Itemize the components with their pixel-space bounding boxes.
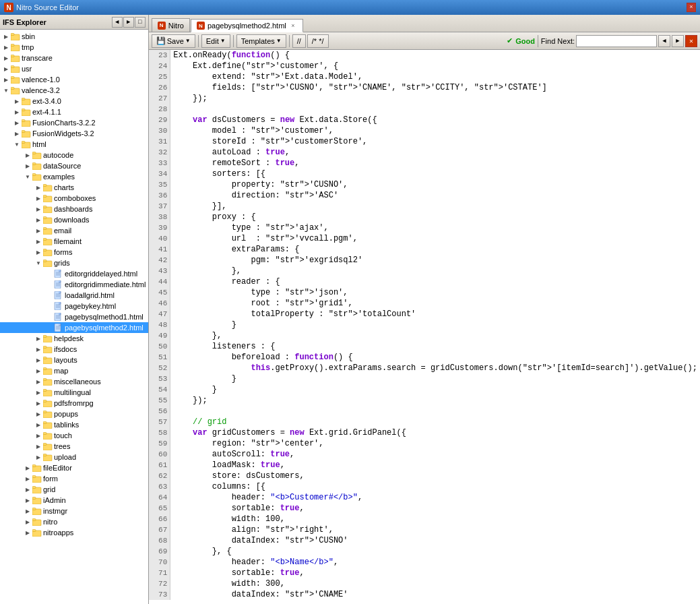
tree-item-nitro[interactable]: ▶ nitro: [0, 516, 148, 527]
code-content-36[interactable]: direction: "str">'ASC': [170, 190, 700, 201]
code-content-54[interactable]: }: [170, 384, 700, 395]
expand-icon[interactable]: ▶: [34, 193, 43, 203]
tree-item-layouts[interactable]: ▶ layouts: [0, 355, 148, 365]
expand-icon[interactable]: ▶: [34, 420, 43, 429]
tree-item-nitroapps[interactable]: ▶ nitroapps: [0, 527, 148, 538]
code-content-37[interactable]: }],: [170, 201, 700, 212]
code-content-56[interactable]: [170, 406, 700, 417]
tab-pagebysqlmethod2[interactable]: Npagebysqlmethod2.html×: [191, 19, 303, 32]
tree-item-grids[interactable]: ▼ grids: [0, 258, 148, 268]
tree-item-pdfsfromrpg[interactable]: ▶ pdfsfromrpg: [0, 398, 148, 409]
tree-item-editorgridimmediate.html[interactable]: editorgridimmediate.html: [0, 279, 148, 290]
edit-dropdown-arrow[interactable]: ▼: [220, 38, 226, 44]
tree-item-dashboards[interactable]: ▶ dashboards: [0, 204, 148, 214]
tree-item-editorgriddelayed.html[interactable]: editorgriddelayed.html: [0, 268, 148, 279]
tree-item-autocode[interactable]: ▶ autocode: [0, 150, 148, 160]
code-content-39[interactable]: type : "str">'ajax',: [170, 222, 700, 233]
expand-icon[interactable]: ▶: [23, 495, 32, 505]
tree-item-ifsdocs[interactable]: ▶ ifsdocs: [0, 344, 148, 355]
code-content-32[interactable]: autoLoad : true,: [170, 147, 700, 158]
tab-nitro[interactable]: NNitro: [152, 18, 190, 32]
expand-icon[interactable]: ▶: [34, 344, 43, 354]
code-content-29[interactable]: var dsCustomers = new Ext.data.Store({: [170, 115, 700, 125]
tree-item-loadallgrid.html[interactable]: loadallgrid.html: [0, 290, 148, 301]
tree-item-FusionCharts-3.2.2[interactable]: ▶ FusionCharts-3.2.2: [0, 117, 148, 128]
code-content-70[interactable]: header: "<b>Name</b>",: [170, 557, 700, 568]
expand-icon[interactable]: ▶: [34, 334, 43, 343]
code-content-67[interactable]: align: "str">'right',: [170, 524, 700, 535]
expand-icon[interactable]: ▶: [23, 517, 32, 526]
tree-item-fileEditor[interactable]: ▶ fileEditor: [0, 462, 148, 473]
templates-dropdown-arrow[interactable]: ▼: [276, 38, 282, 44]
expand-icon[interactable]: ▶: [12, 96, 22, 106]
expand-icon[interactable]: ▶: [34, 226, 43, 235]
tree-item-upload[interactable]: ▶ upload: [0, 452, 148, 462]
code-content-55[interactable]: });: [170, 395, 700, 406]
code-content-43[interactable]: },: [170, 266, 700, 276]
expand-icon[interactable]: ▶: [34, 366, 43, 375]
find-input[interactable]: [576, 35, 657, 47]
expand-icon[interactable]: ▶: [23, 528, 32, 537]
tree-item-multilingual[interactable]: ▶ multilingual: [0, 387, 148, 398]
code-content-28[interactable]: [170, 104, 700, 115]
tree-item-touch[interactable]: ▶ touch: [0, 430, 148, 441]
tree-item-form[interactable]: ▶ form: [0, 473, 148, 484]
code-content-65[interactable]: sortable: true,: [170, 503, 700, 514]
code-content-41[interactable]: extraParams: {: [170, 244, 700, 255]
code-content-61[interactable]: loadMask: true,: [170, 460, 700, 471]
code-content-53[interactable]: }: [170, 373, 700, 384]
code-content-27[interactable]: });: [170, 93, 700, 104]
tree-item-pagebykey.html[interactable]: pagebykey.html: [0, 301, 148, 311]
find-next-btn[interactable]: ▶: [672, 35, 684, 47]
code-content-51[interactable]: beforeload : function() {: [170, 352, 700, 363]
tree-item-helpdesk[interactable]: ▶ helpdesk: [0, 333, 148, 344]
expand-btn[interactable]: □: [135, 17, 146, 28]
expand-icon[interactable]: ▶: [34, 204, 43, 214]
code-content-45[interactable]: type : "str">'json',: [170, 287, 700, 298]
expand-icon[interactable]: ▶: [12, 129, 22, 138]
tree-item-tablinks[interactable]: ▶ tablinks: [0, 419, 148, 430]
tree-item-comboboxes[interactable]: ▶ comboboxes: [0, 193, 148, 204]
tree-item-html[interactable]: ▼ html: [0, 139, 148, 150]
tree-item-charts[interactable]: ▶ charts: [0, 182, 148, 193]
expand-icon[interactable]: ▼: [23, 172, 32, 181]
tab-close-pagebysqlmethod2[interactable]: ×: [289, 22, 297, 30]
tree-item-filemaint[interactable]: ▶ filemaint: [0, 236, 148, 247]
expand-icon[interactable]: ▶: [34, 183, 43, 192]
tree-item-popups[interactable]: ▶ popups: [0, 409, 148, 419]
code-content-66[interactable]: width: 100,: [170, 514, 700, 524]
code-content-71[interactable]: sortable: true,: [170, 568, 700, 578]
edit-button[interactable]: Edit ▼: [201, 34, 230, 48]
expand-icon[interactable]: ▶: [34, 215, 43, 224]
tree-item-grid[interactable]: ▶ grid: [0, 484, 148, 495]
code-content-63[interactable]: columns: [{: [170, 481, 700, 492]
code-content-59[interactable]: region: "str">'center',: [170, 438, 700, 449]
tree-item-examples[interactable]: ▼ examples: [0, 171, 148, 182]
expand-icon[interactable]: ▶: [34, 442, 43, 451]
tree-item-ext-4.1.1[interactable]: ▶ ext-4.1.1: [0, 107, 148, 117]
expand-icon[interactable]: ▶: [1, 53, 11, 63]
expand-icon[interactable]: ▶: [34, 388, 43, 397]
expand-icon[interactable]: ▶: [23, 506, 32, 516]
code-content-23[interactable]: Ext.onReady(function() {: [170, 50, 700, 61]
expand-icon[interactable]: ▶: [12, 118, 22, 127]
tree-item-email[interactable]: ▶ email: [0, 225, 148, 236]
code-content-64[interactable]: header: "<b>Customer#</b>",: [170, 492, 700, 503]
expand-icon[interactable]: ▶: [23, 485, 32, 494]
title-bar-close-button[interactable]: ×: [687, 3, 696, 12]
code-editor[interactable]: 23Ext.onReady(function() {24 Ext.define(…: [149, 50, 700, 604]
tree-item-valence-3.2[interactable]: ▼ valence-3.2: [0, 85, 148, 96]
expand-icon[interactable]: ▶: [23, 474, 32, 483]
code-content-52[interactable]: this.getProxy().extraParams.search = gri…: [170, 363, 700, 373]
code-content-60[interactable]: autoScroll: true,: [170, 449, 700, 460]
save-dropdown-arrow[interactable]: ▼: [185, 38, 191, 44]
expand-icon[interactable]: ▼: [12, 140, 22, 149]
tree-item-valence-1.0[interactable]: ▶ valence-1.0: [0, 74, 148, 85]
code-content-42[interactable]: pgm: "str">'exgridsql2': [170, 255, 700, 266]
tree-item-FusionWidgets-3.2[interactable]: ▶ FusionWidgets-3.2: [0, 128, 148, 139]
tree-item-miscellaneous[interactable]: ▶ miscellaneous: [0, 376, 148, 387]
tree-item-pagebysqlmethod2.html[interactable]: pagebysqlmethod2.html: [0, 322, 148, 333]
expand-icon[interactable]: ▶: [34, 377, 43, 386]
code-content-30[interactable]: model : "str">'customer',: [170, 125, 700, 136]
tree-item-transcare[interactable]: ▶ transcare: [0, 53, 148, 63]
